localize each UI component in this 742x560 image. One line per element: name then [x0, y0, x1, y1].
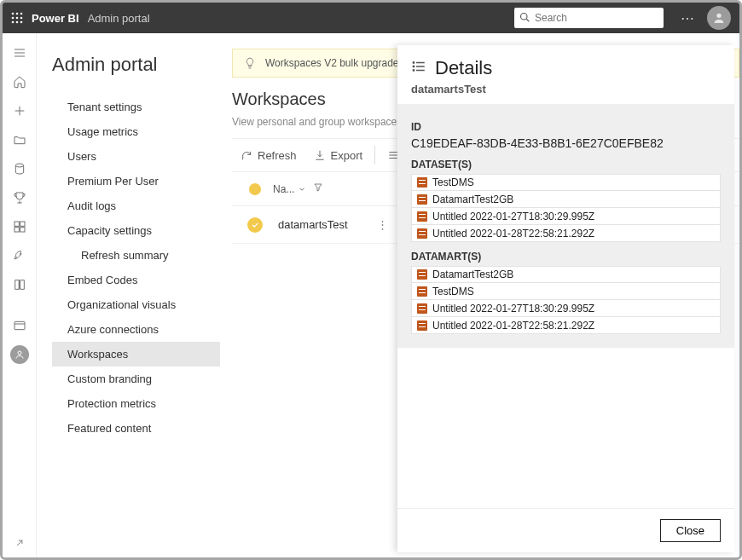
sidenav-item-custom-branding[interactable]: Custom branding — [52, 367, 220, 391]
dataset-icon — [417, 303, 427, 314]
portal-label: Admin portal — [88, 12, 150, 25]
dataset-name: DatamartTest2GB — [432, 193, 513, 205]
refresh-button[interactable]: Refresh — [232, 139, 305, 171]
learn-icon[interactable] — [3, 270, 37, 299]
datamart-item[interactable]: DatamartTest2GB — [411, 266, 721, 283]
dataset-icon — [417, 269, 427, 280]
id-value: C19EDEAF-83DB-4E33-B8B1-6E27C0EFBE82 — [411, 136, 721, 150]
datamart-name: Untitled 2022-01-27T18:30:29.995Z — [432, 303, 594, 315]
datamart-name: DatamartTest2GB — [432, 268, 513, 280]
datamart-item[interactable]: Untitled 2022-01-28T22:58:21.292Z — [411, 317, 721, 334]
svg-point-7 — [16, 21, 19, 24]
svg-point-6 — [12, 21, 14, 24]
sidenav-item-organizational-visuals[interactable]: Organizational visuals — [52, 292, 220, 317]
sidenav-item-refresh-summary[interactable]: Refresh summary — [52, 243, 220, 268]
goals-icon[interactable] — [3, 183, 37, 212]
topbar: Power BI Admin portal ⋯ — [3, 3, 739, 33]
plus-icon[interactable] — [3, 96, 37, 125]
more-icon[interactable]: ⋯ — [672, 10, 704, 26]
datamart-item[interactable]: TestDMS — [411, 283, 721, 300]
svg-point-9 — [521, 13, 528, 20]
hamburger-icon[interactable] — [3, 38, 37, 67]
deploy-icon[interactable] — [3, 241, 37, 270]
svg-point-4 — [16, 17, 19, 20]
sidenav-item-usage-metrics[interactable]: Usage metrics — [52, 119, 220, 144]
datamarts-label: DATAMART(S) — [411, 251, 721, 263]
filter-icon[interactable] — [313, 182, 323, 195]
svg-point-8 — [20, 21, 23, 24]
datasets-label: DATASET(S) — [411, 159, 721, 170]
search-box[interactable] — [514, 8, 664, 28]
home-icon[interactable] — [3, 67, 37, 96]
select-all-icon[interactable] — [249, 183, 261, 195]
expand-icon[interactable] — [3, 528, 37, 557]
datamart-name: TestDMS — [432, 286, 474, 297]
row-name: datamartsTest — [278, 218, 372, 231]
sidenav-item-capacity-settings[interactable]: Capacity settings — [52, 218, 220, 243]
search-input[interactable] — [535, 12, 663, 24]
column-name[interactable]: Na... — [273, 183, 294, 195]
search-icon — [519, 12, 530, 25]
svg-point-32 — [413, 66, 414, 67]
svg-rect-22 — [14, 321, 25, 329]
sidenav-item-premium-per-user[interactable]: Premium Per User — [52, 169, 220, 193]
my-workspace-icon[interactable] — [3, 340, 37, 369]
svg-rect-19 — [20, 222, 24, 226]
datamart-name: Untitled 2022-01-28T22:58:21.292Z — [432, 320, 594, 332]
dataset-name: Untitled 2022-01-27T18:30:29.995Z — [432, 211, 594, 222]
left-rail — [3, 33, 37, 557]
workspaces-icon[interactable] — [3, 311, 37, 340]
dataset-icon — [417, 286, 427, 297]
export-button[interactable]: Export — [305, 139, 372, 171]
datamart-item[interactable]: Untitled 2022-01-27T18:30:29.995Z — [411, 300, 721, 317]
sidenav-item-azure-connections[interactable]: Azure connections — [52, 317, 220, 342]
svg-point-11 — [716, 14, 721, 18]
sidenav-title: Admin portal — [52, 54, 220, 76]
sidenav-item-tenant-settings[interactable]: Tenant settings — [52, 95, 220, 119]
avatar[interactable] — [707, 6, 731, 30]
sidenav-item-audit-logs[interactable]: Audit logs — [52, 193, 220, 218]
row-check-icon[interactable] — [247, 217, 263, 233]
tip-icon — [243, 56, 257, 70]
dataset-name: TestDMS — [432, 176, 474, 188]
dataset-icon — [417, 211, 427, 222]
dataset-item[interactable]: Untitled 2022-01-28T22:58:21.292Z — [411, 225, 721, 242]
app-launcher-icon[interactable] — [3, 3, 32, 33]
svg-point-0 — [12, 13, 14, 15]
dataset-icon — [417, 228, 427, 239]
details-title: Details — [435, 57, 492, 79]
apps-icon[interactable] — [3, 212, 37, 241]
row-more-icon[interactable]: ⋮ — [372, 218, 393, 231]
sidenav-item-protection-metrics[interactable]: Protection metrics — [52, 391, 220, 416]
dataset-icon — [417, 177, 427, 188]
dataset-name: Untitled 2022-01-28T22:58:21.292Z — [432, 228, 594, 240]
svg-point-5 — [20, 17, 23, 20]
dataset-item[interactable]: Untitled 2022-01-27T18:30:29.995Z — [411, 208, 721, 225]
brand-label: Power BI — [32, 12, 84, 25]
svg-rect-21 — [20, 228, 24, 232]
dataset-item[interactable]: DatamartTest2GB — [411, 191, 721, 208]
sidenav-item-featured-content[interactable]: Featured content — [52, 416, 220, 441]
dataset-icon — [417, 320, 427, 331]
svg-point-31 — [413, 62, 414, 64]
dataset-item[interactable]: TestDMS — [411, 174, 721, 191]
details-list-icon — [411, 59, 426, 78]
svg-point-17 — [15, 164, 23, 167]
svg-point-3 — [12, 17, 14, 20]
svg-point-2 — [20, 13, 23, 15]
id-label: ID — [411, 121, 721, 133]
svg-rect-18 — [14, 222, 19, 226]
admin-sidenav: Admin portal Tenant settingsUsage metric… — [37, 33, 220, 557]
svg-rect-20 — [14, 228, 19, 232]
close-button[interactable]: Close — [660, 519, 721, 542]
details-panel: Details datamartsTest ID C19EDEAF-83DB-4… — [397, 45, 734, 552]
sidenav-item-embed-codes[interactable]: Embed Codes — [52, 268, 220, 292]
svg-point-1 — [16, 13, 19, 15]
svg-line-10 — [526, 19, 529, 21]
sidenav-item-workspaces[interactable]: Workspaces — [52, 342, 220, 367]
dataset-icon — [417, 194, 427, 205]
sidenav-item-users[interactable]: Users — [52, 144, 220, 169]
svg-point-33 — [413, 70, 414, 72]
folder-icon[interactable] — [3, 125, 37, 154]
datahub-icon[interactable] — [3, 154, 37, 183]
